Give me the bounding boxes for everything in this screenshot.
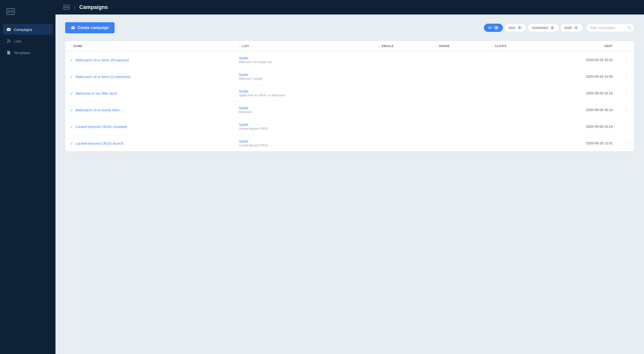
cell-emails-3 xyxy=(358,85,414,102)
sidebar-item-lists-label: Lists xyxy=(14,39,22,43)
sent-sort-icon: ↑ xyxy=(601,44,602,48)
svg-point-1 xyxy=(8,11,10,13)
campaign-link-2[interactable]: Mailcoach v3 is here! (Customers) xyxy=(76,74,130,79)
sidebar-item-lists[interactable]: Lists xyxy=(3,36,52,46)
cell-name-5: ✓ Laravel beyond CRUD complete xyxy=(65,118,234,135)
sidebar-item-campaigns-label: Campaigns xyxy=(14,28,32,32)
search-button[interactable] xyxy=(628,26,632,30)
col-header-sent[interactable]: ↑ SENT xyxy=(527,41,618,51)
cell-emails-2 xyxy=(358,68,414,85)
cell-clicks-1 xyxy=(470,51,527,68)
cell-emails-5 xyxy=(358,118,414,135)
row-actions-button-5[interactable]: ⋮ xyxy=(622,123,630,130)
cell-clicks-2 xyxy=(470,68,527,85)
filter-tab-all[interactable]: All 6 xyxy=(484,24,503,32)
list-link-6[interactable]: Spatie xyxy=(239,139,353,143)
table-row: ✓ Laravel beyond CRUD launch Spatie Lara… xyxy=(65,135,634,152)
campaign-link-1[interactable]: Mailcoach v3 is here! (Prospects) xyxy=(76,58,129,63)
cell-name-1: ✓ Mailcoach v3 is here! (Prospects) xyxy=(65,51,234,68)
campaign-link-5[interactable]: Laravel beyond CRUD complete xyxy=(76,124,127,129)
main-content: Create campaign All 6 Sent 6 Scheduled 0… xyxy=(56,15,644,354)
campaign-link-6[interactable]: Laravel beyond CRUD launch xyxy=(76,141,123,146)
cell-name-4: ✓ Mailcoach v3 is nearly here... xyxy=(65,102,234,118)
cell-sent-5: 2020-09-08 15:19 xyxy=(527,118,618,135)
list-link-5[interactable]: Spatie xyxy=(239,123,353,126)
cell-actions-5: ⋮ xyxy=(618,118,634,135)
cell-list-4: Spatie Mailcoach xyxy=(234,102,358,118)
cell-list-1: Spatie Mailcoach: not bought yet xyxy=(234,51,358,68)
filter-tab-draft-label: Draft xyxy=(564,26,572,30)
sidebar-navigation: Campaigns Lists Templates xyxy=(0,24,56,58)
cell-emails-4 xyxy=(358,102,414,118)
logo-icon xyxy=(6,7,16,17)
list-link-1[interactable]: Spatie xyxy=(239,56,353,60)
list-sub-6: Laravel Beyond CRUD xyxy=(239,144,353,147)
col-emails-label: EMAILS xyxy=(382,44,394,48)
filter-tab-scheduled[interactable]: Scheduled 0 xyxy=(528,24,559,32)
create-campaign-icon xyxy=(71,26,75,30)
sent-check-icon: ✓ xyxy=(70,141,73,146)
row-actions-button-6[interactable]: ⋮ xyxy=(622,139,630,147)
cell-sent-3: 2020-09-09 15:19 xyxy=(527,85,618,102)
row-actions-button-1[interactable]: ⋮ xyxy=(622,56,630,64)
cell-name-2: ✓ Mailcoach v3 is here! (Customers) xyxy=(65,68,234,85)
sidebar-item-templates-label: Templates xyxy=(14,51,30,55)
filter-tab-draft-badge: 0 xyxy=(574,26,579,30)
cell-clicks-5 xyxy=(470,118,527,135)
col-list-label: LIST xyxy=(242,44,249,48)
filter-tab-sent[interactable]: Sent 6 xyxy=(504,24,526,32)
table-header-row: ↑ NAME ↑ LIST ↑ EMAILS ↑ xyxy=(65,41,634,51)
campaign-link-4[interactable]: Mailcoach v3 is nearly here... xyxy=(76,107,122,112)
col-name-label: NAME xyxy=(74,44,83,48)
list-sort-icon: ↑ xyxy=(239,44,240,48)
search-wrapper xyxy=(586,24,634,32)
cell-opens-6 xyxy=(414,135,470,152)
campaign-link-3[interactable]: Welcome in our little store xyxy=(76,91,117,96)
col-header-clicks[interactable]: ↑ CLICKS xyxy=(470,41,527,51)
sent-check-icon: ✓ xyxy=(70,125,73,129)
search-input[interactable] xyxy=(586,24,634,32)
list-link-2[interactable]: Spatie xyxy=(239,73,353,77)
filter-tab-sent-label: Sent xyxy=(508,26,516,30)
sidebar-header xyxy=(0,0,56,24)
cell-list-5: Spatie Laravel Beyond CRUD xyxy=(234,118,358,135)
list-link-3[interactable]: Spatie xyxy=(239,89,353,93)
topbar: › Campaigns xyxy=(56,0,644,15)
col-header-name[interactable]: ↑ NAME xyxy=(65,41,234,51)
cell-actions-3: ⋮ xyxy=(618,85,634,102)
col-header-opens[interactable]: ↑ OPENS xyxy=(414,41,470,51)
row-actions-button-2[interactable]: ⋮ xyxy=(622,73,630,80)
cell-actions-6: ⋮ xyxy=(618,135,634,152)
cell-opens-5 xyxy=(414,118,470,135)
row-actions-button-4[interactable]: ⋮ xyxy=(622,106,630,113)
create-campaign-button[interactable]: Create campaign xyxy=(65,22,114,33)
sidebar-item-campaigns[interactable]: Campaigns xyxy=(3,24,52,35)
list-sub-3: Spatie Fall: no CRUD, no Mailcoach xyxy=(239,94,353,97)
cell-opens-1 xyxy=(414,51,470,68)
cell-sent-2: 2020-09-29 14:59 xyxy=(527,68,618,85)
breadcrumb-separator: › xyxy=(74,5,76,10)
main-area: › Campaigns Create campaign All 6 Sent xyxy=(56,0,644,354)
filter-tab-all-label: All xyxy=(488,26,492,30)
cell-sent-4: 2020-09-08 16:10 xyxy=(527,102,618,118)
list-sub-5: Laravel Beyond CRUD xyxy=(239,127,353,130)
col-header-list[interactable]: ↑ LIST xyxy=(234,41,358,51)
templates-icon xyxy=(6,50,11,55)
table-row: ✓ Mailcoach v3 is here! (Customers) Spat… xyxy=(65,68,634,85)
search-icon xyxy=(628,26,632,30)
svg-point-5 xyxy=(65,7,66,8)
row-actions-button-3[interactable]: ⋮ xyxy=(622,90,630,97)
lists-icon xyxy=(6,39,11,44)
sidebar-item-templates[interactable]: Templates xyxy=(3,47,52,58)
svg-point-6 xyxy=(67,7,68,8)
cell-opens-4 xyxy=(414,102,470,118)
cell-opens-2 xyxy=(414,68,470,85)
list-sub-2: Mailcoach: bought xyxy=(239,77,353,80)
col-header-emails[interactable]: ↑ EMAILS xyxy=(358,41,414,51)
table-row: ✓ Mailcoach v3 is here! (Prospects) Spat… xyxy=(65,51,634,68)
filter-tab-scheduled-badge: 0 xyxy=(550,26,555,30)
filter-tab-draft[interactable]: Draft 0 xyxy=(560,24,583,32)
sent-check-icon: ✓ xyxy=(70,108,73,112)
list-link-4[interactable]: Spatie xyxy=(239,106,353,110)
cell-name-3: ✓ Welcome in our little store xyxy=(65,85,234,102)
